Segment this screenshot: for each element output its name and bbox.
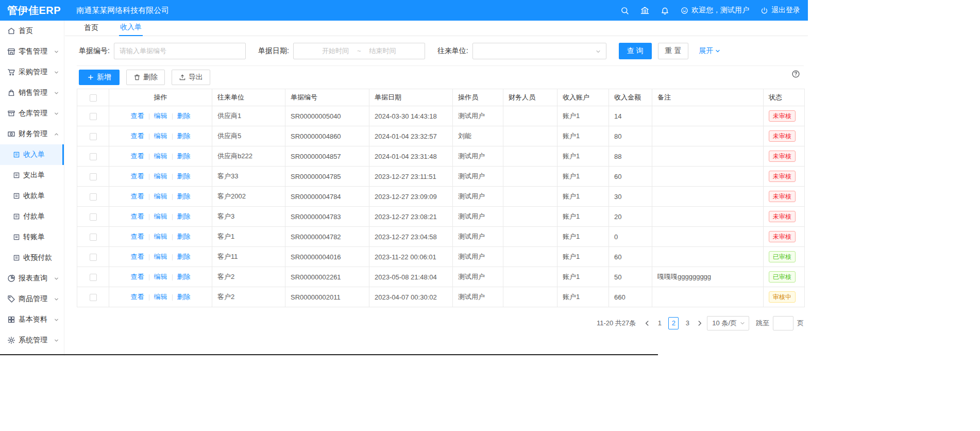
cell-status: 未审核	[764, 106, 805, 126]
tab-income-doc[interactable]: 收入单	[119, 23, 143, 36]
sidebar-item-sales[interactable]: 销售管理	[0, 82, 64, 103]
row-checkbox[interactable]	[90, 173, 97, 180]
row-action-delete[interactable]: 删除	[177, 112, 191, 120]
row-action-delete[interactable]: 删除	[177, 253, 191, 260]
row-checkbox[interactable]	[90, 274, 97, 281]
sidebar-item-home[interactable]: 首页	[0, 21, 64, 41]
row-checkbox[interactable]	[90, 133, 97, 140]
doc-no-input[interactable]	[114, 43, 246, 59]
row-action-view[interactable]: 查看	[131, 293, 144, 301]
row-action-view[interactable]: 查看	[131, 152, 144, 160]
row-action-edit[interactable]: 编辑	[154, 112, 167, 120]
row-action-view[interactable]: 查看	[131, 112, 144, 120]
row-action-delete[interactable]: 删除	[177, 192, 191, 200]
sidebar-subitem-payment[interactable]: 付款单	[0, 206, 64, 227]
add-button[interactable]: 新增	[79, 70, 120, 85]
row-action-view[interactable]: 查看	[131, 192, 144, 200]
date-range-picker[interactable]: 开始时间 ~ 结束时间	[293, 43, 425, 59]
page-button-2[interactable]: 2	[668, 317, 679, 329]
row-action-view[interactable]: 查看	[131, 172, 144, 180]
row-action-delete[interactable]: 删除	[177, 132, 191, 140]
row-action-edit[interactable]: 编辑	[154, 192, 167, 200]
row-action-edit[interactable]: 编辑	[154, 293, 167, 301]
help-icon[interactable]	[791, 70, 800, 78]
sidebar-item-basic-data[interactable]: 基本资料	[0, 309, 64, 330]
column-header-remark: 备注	[652, 89, 764, 106]
page-button-3[interactable]: 3	[682, 317, 692, 329]
bank-icon[interactable]	[640, 6, 649, 15]
row-action-delete[interactable]: 删除	[177, 152, 191, 160]
row-action-delete[interactable]: 删除	[177, 172, 191, 180]
sidebar-item-label: 收预付款	[23, 253, 52, 262]
column-header-docno: 单据编号	[285, 89, 369, 106]
row-action-view[interactable]: 查看	[131, 132, 144, 140]
search-button[interactable]: 查 询	[619, 43, 652, 59]
row-action-delete[interactable]: 删除	[177, 212, 191, 220]
export-button[interactable]: 导出	[172, 70, 210, 85]
sidebar-item-system[interactable]: 系统管理	[0, 330, 64, 351]
row-checkbox[interactable]	[90, 193, 97, 201]
cell-amount: 14	[609, 106, 652, 126]
sidebar-subitem-advance[interactable]: 收预付款	[0, 247, 64, 268]
page-button-1[interactable]: 1	[654, 317, 665, 329]
sidebar-subitem-receipt[interactable]: 收款单	[0, 186, 64, 206]
sidebar-item-warehouse[interactable]: 仓库管理	[0, 103, 64, 124]
cell-partner: 客户2	[212, 287, 285, 307]
sidebar-subitem-transfer[interactable]: 转账单	[0, 227, 64, 247]
table-row: 查看编辑删除供应商5SR000000048602024-01-04 23:32:…	[77, 126, 805, 146]
partner-select[interactable]	[472, 43, 606, 59]
user-welcome[interactable]: 欢迎您，测试用户	[681, 6, 749, 15]
row-action-delete[interactable]: 删除	[177, 293, 191, 301]
delete-button[interactable]: 删除	[126, 70, 165, 85]
table-row: 查看编辑删除供应商b222SR000000048572024-01-04 23:…	[77, 146, 805, 167]
row-action-view[interactable]: 查看	[131, 212, 144, 220]
sidebar-item-reports[interactable]: 报表查询	[0, 268, 64, 289]
row-action-edit[interactable]: 编辑	[154, 212, 167, 220]
sidebar-item-goods[interactable]: 商品管理	[0, 289, 64, 309]
row-action-edit[interactable]: 编辑	[154, 273, 167, 280]
sidebar-item-finance[interactable]: 财务管理	[0, 124, 64, 144]
row-checkbox[interactable]	[90, 113, 97, 120]
row-checkbox[interactable]	[90, 213, 97, 221]
row-action-edit[interactable]: 编辑	[154, 152, 167, 160]
select-all-checkbox[interactable]	[90, 94, 97, 102]
reset-button[interactable]: 重 置	[658, 43, 689, 59]
expand-link[interactable]: 展开	[699, 46, 721, 56]
row-checkbox[interactable]	[90, 294, 97, 301]
row-action-view[interactable]: 查看	[131, 273, 144, 280]
row-action-view[interactable]: 查看	[131, 253, 144, 260]
row-actions-cell: 查看编辑删除	[109, 167, 212, 187]
sidebar-item-retail[interactable]: 零售管理	[0, 41, 64, 62]
status-badge: 未审核	[769, 191, 796, 202]
row-action-edit[interactable]: 编辑	[154, 233, 167, 240]
row-checkbox[interactable]	[90, 254, 97, 261]
search-icon[interactable]	[620, 6, 629, 15]
grid-icon	[7, 316, 15, 324]
tab-home[interactable]: 首页	[83, 23, 99, 36]
sidebar-item-purchase[interactable]: 采购管理	[0, 62, 64, 82]
row-checkbox[interactable]	[90, 234, 97, 241]
cell-status: 已审核	[764, 247, 805, 267]
jump-unit: 页	[797, 319, 804, 328]
next-page-button[interactable]	[696, 320, 703, 327]
row-action-edit[interactable]: 编辑	[154, 132, 167, 140]
sidebar-subitem-expense[interactable]: 支出单	[0, 165, 64, 186]
jump-page-input[interactable]	[773, 316, 793, 330]
row-action-delete[interactable]: 删除	[177, 233, 191, 240]
sidebar-subitem-income[interactable]: 收入单	[0, 144, 64, 165]
status-badge: 审核中	[769, 291, 796, 303]
row-action-delete[interactable]: 删除	[177, 273, 191, 280]
row-checkbox[interactable]	[90, 153, 97, 160]
page-size-select[interactable]: 10 条/页	[707, 316, 749, 330]
bell-icon[interactable]	[661, 6, 669, 15]
row-action-edit[interactable]: 编辑	[154, 253, 167, 260]
row-action-edit[interactable]: 编辑	[154, 172, 167, 180]
action-separator	[149, 113, 149, 120]
data-table-wrap: 操作 往来单位 单据编号 单据日期 操作员 财务人员 收入账户 收入金额 备注 …	[77, 89, 804, 307]
gear-icon	[7, 336, 15, 344]
cell-finance	[503, 247, 557, 267]
row-actions-cell: 查看编辑删除	[109, 187, 212, 207]
logout-button[interactable]: 退出登录	[761, 6, 800, 15]
row-action-view[interactable]: 查看	[131, 233, 144, 240]
prev-page-button[interactable]	[644, 320, 651, 327]
